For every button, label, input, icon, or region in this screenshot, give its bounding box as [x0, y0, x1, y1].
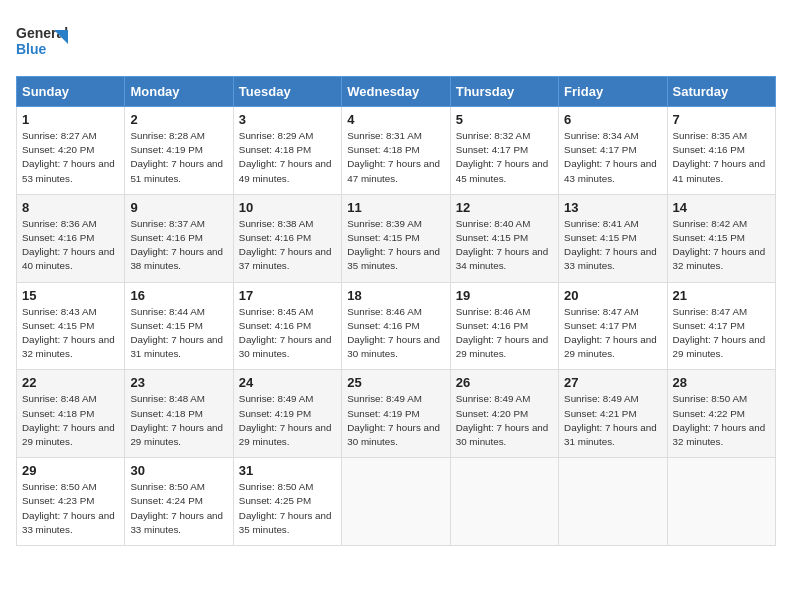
day-info: Sunrise: 8:48 AM Sunset: 4:18 PM Dayligh…	[130, 392, 227, 449]
calendar-cell	[667, 458, 775, 546]
calendar-cell: 11 Sunrise: 8:39 AM Sunset: 4:15 PM Dayl…	[342, 194, 450, 282]
calendar-cell: 7 Sunrise: 8:35 AM Sunset: 4:16 PM Dayli…	[667, 107, 775, 195]
day-number: 15	[22, 288, 119, 303]
day-number: 26	[456, 375, 553, 390]
calendar-cell: 8 Sunrise: 8:36 AM Sunset: 4:16 PM Dayli…	[17, 194, 125, 282]
day-info: Sunrise: 8:28 AM Sunset: 4:19 PM Dayligh…	[130, 129, 227, 186]
calendar-cell: 28 Sunrise: 8:50 AM Sunset: 4:22 PM Dayl…	[667, 370, 775, 458]
daylight-text: Daylight: 7 hours and 30 minutes.	[239, 334, 332, 359]
daylight-text: Daylight: 7 hours and 31 minutes.	[130, 334, 223, 359]
daylight-text: Daylight: 7 hours and 29 minutes.	[564, 334, 657, 359]
sunrise-text: Sunrise: 8:50 AM	[130, 481, 205, 492]
sunrise-text: Sunrise: 8:31 AM	[347, 130, 422, 141]
calendar-cell: 23 Sunrise: 8:48 AM Sunset: 4:18 PM Dayl…	[125, 370, 233, 458]
sunset-text: Sunset: 4:18 PM	[130, 408, 202, 419]
day-info: Sunrise: 8:29 AM Sunset: 4:18 PM Dayligh…	[239, 129, 336, 186]
sunrise-text: Sunrise: 8:45 AM	[239, 306, 314, 317]
sunset-text: Sunset: 4:15 PM	[673, 232, 745, 243]
sunset-text: Sunset: 4:19 PM	[130, 144, 202, 155]
day-info: Sunrise: 8:36 AM Sunset: 4:16 PM Dayligh…	[22, 217, 119, 274]
daylight-text: Daylight: 7 hours and 32 minutes.	[673, 246, 766, 271]
daylight-text: Daylight: 7 hours and 33 minutes.	[22, 510, 115, 535]
calendar-week-row: 29 Sunrise: 8:50 AM Sunset: 4:23 PM Dayl…	[17, 458, 776, 546]
calendar-cell: 10 Sunrise: 8:38 AM Sunset: 4:16 PM Dayl…	[233, 194, 341, 282]
daylight-text: Daylight: 7 hours and 33 minutes.	[564, 246, 657, 271]
sunset-text: Sunset: 4:16 PM	[130, 232, 202, 243]
day-number: 21	[673, 288, 770, 303]
sunrise-text: Sunrise: 8:47 AM	[673, 306, 748, 317]
column-header-friday: Friday	[559, 77, 667, 107]
day-info: Sunrise: 8:45 AM Sunset: 4:16 PM Dayligh…	[239, 305, 336, 362]
day-info: Sunrise: 8:50 AM Sunset: 4:25 PM Dayligh…	[239, 480, 336, 537]
day-number: 6	[564, 112, 661, 127]
calendar-week-row: 15 Sunrise: 8:43 AM Sunset: 4:15 PM Dayl…	[17, 282, 776, 370]
sunset-text: Sunset: 4:22 PM	[673, 408, 745, 419]
day-number: 10	[239, 200, 336, 215]
day-number: 16	[130, 288, 227, 303]
sunrise-text: Sunrise: 8:40 AM	[456, 218, 531, 229]
calendar-cell	[559, 458, 667, 546]
calendar-cell: 2 Sunrise: 8:28 AM Sunset: 4:19 PM Dayli…	[125, 107, 233, 195]
daylight-text: Daylight: 7 hours and 32 minutes.	[22, 334, 115, 359]
calendar-cell: 16 Sunrise: 8:44 AM Sunset: 4:15 PM Dayl…	[125, 282, 233, 370]
day-info: Sunrise: 8:39 AM Sunset: 4:15 PM Dayligh…	[347, 217, 444, 274]
daylight-text: Daylight: 7 hours and 30 minutes.	[456, 422, 549, 447]
daylight-text: Daylight: 7 hours and 53 minutes.	[22, 158, 115, 183]
daylight-text: Daylight: 7 hours and 33 minutes.	[130, 510, 223, 535]
day-info: Sunrise: 8:46 AM Sunset: 4:16 PM Dayligh…	[456, 305, 553, 362]
sunset-text: Sunset: 4:18 PM	[239, 144, 311, 155]
calendar-cell: 9 Sunrise: 8:37 AM Sunset: 4:16 PM Dayli…	[125, 194, 233, 282]
day-number: 12	[456, 200, 553, 215]
sunrise-text: Sunrise: 8:34 AM	[564, 130, 639, 141]
day-number: 18	[347, 288, 444, 303]
daylight-text: Daylight: 7 hours and 29 minutes.	[456, 334, 549, 359]
sunrise-text: Sunrise: 8:37 AM	[130, 218, 205, 229]
calendar-cell: 14 Sunrise: 8:42 AM Sunset: 4:15 PM Dayl…	[667, 194, 775, 282]
day-number: 3	[239, 112, 336, 127]
sunset-text: Sunset: 4:15 PM	[347, 232, 419, 243]
day-number: 19	[456, 288, 553, 303]
daylight-text: Daylight: 7 hours and 29 minutes.	[130, 422, 223, 447]
sunset-text: Sunset: 4:16 PM	[673, 144, 745, 155]
calendar-cell: 21 Sunrise: 8:47 AM Sunset: 4:17 PM Dayl…	[667, 282, 775, 370]
daylight-text: Daylight: 7 hours and 34 minutes.	[456, 246, 549, 271]
sunset-text: Sunset: 4:15 PM	[564, 232, 636, 243]
day-info: Sunrise: 8:47 AM Sunset: 4:17 PM Dayligh…	[673, 305, 770, 362]
sunrise-text: Sunrise: 8:43 AM	[22, 306, 97, 317]
column-header-saturday: Saturday	[667, 77, 775, 107]
day-number: 27	[564, 375, 661, 390]
day-number: 13	[564, 200, 661, 215]
day-number: 23	[130, 375, 227, 390]
calendar-cell: 25 Sunrise: 8:49 AM Sunset: 4:19 PM Dayl…	[342, 370, 450, 458]
column-header-monday: Monday	[125, 77, 233, 107]
sunrise-text: Sunrise: 8:47 AM	[564, 306, 639, 317]
sunset-text: Sunset: 4:16 PM	[347, 320, 419, 331]
column-header-wednesday: Wednesday	[342, 77, 450, 107]
day-info: Sunrise: 8:41 AM Sunset: 4:15 PM Dayligh…	[564, 217, 661, 274]
day-info: Sunrise: 8:47 AM Sunset: 4:17 PM Dayligh…	[564, 305, 661, 362]
daylight-text: Daylight: 7 hours and 41 minutes.	[673, 158, 766, 183]
sunrise-text: Sunrise: 8:39 AM	[347, 218, 422, 229]
column-header-tuesday: Tuesday	[233, 77, 341, 107]
calendar-cell	[342, 458, 450, 546]
sunrise-text: Sunrise: 8:35 AM	[673, 130, 748, 141]
calendar-week-row: 22 Sunrise: 8:48 AM Sunset: 4:18 PM Dayl…	[17, 370, 776, 458]
sunrise-text: Sunrise: 8:28 AM	[130, 130, 205, 141]
day-number: 31	[239, 463, 336, 478]
calendar-cell: 3 Sunrise: 8:29 AM Sunset: 4:18 PM Dayli…	[233, 107, 341, 195]
day-info: Sunrise: 8:27 AM Sunset: 4:20 PM Dayligh…	[22, 129, 119, 186]
sunset-text: Sunset: 4:17 PM	[564, 320, 636, 331]
logo-icon: General Blue	[16, 16, 74, 64]
sunset-text: Sunset: 4:17 PM	[564, 144, 636, 155]
daylight-text: Daylight: 7 hours and 49 minutes.	[239, 158, 332, 183]
daylight-text: Daylight: 7 hours and 29 minutes.	[673, 334, 766, 359]
calendar-cell: 5 Sunrise: 8:32 AM Sunset: 4:17 PM Dayli…	[450, 107, 558, 195]
sunset-text: Sunset: 4:20 PM	[456, 408, 528, 419]
day-info: Sunrise: 8:31 AM Sunset: 4:18 PM Dayligh…	[347, 129, 444, 186]
calendar-cell: 27 Sunrise: 8:49 AM Sunset: 4:21 PM Dayl…	[559, 370, 667, 458]
daylight-text: Daylight: 7 hours and 45 minutes.	[456, 158, 549, 183]
day-info: Sunrise: 8:35 AM Sunset: 4:16 PM Dayligh…	[673, 129, 770, 186]
sunrise-text: Sunrise: 8:32 AM	[456, 130, 531, 141]
sunrise-text: Sunrise: 8:41 AM	[564, 218, 639, 229]
day-info: Sunrise: 8:37 AM Sunset: 4:16 PM Dayligh…	[130, 217, 227, 274]
